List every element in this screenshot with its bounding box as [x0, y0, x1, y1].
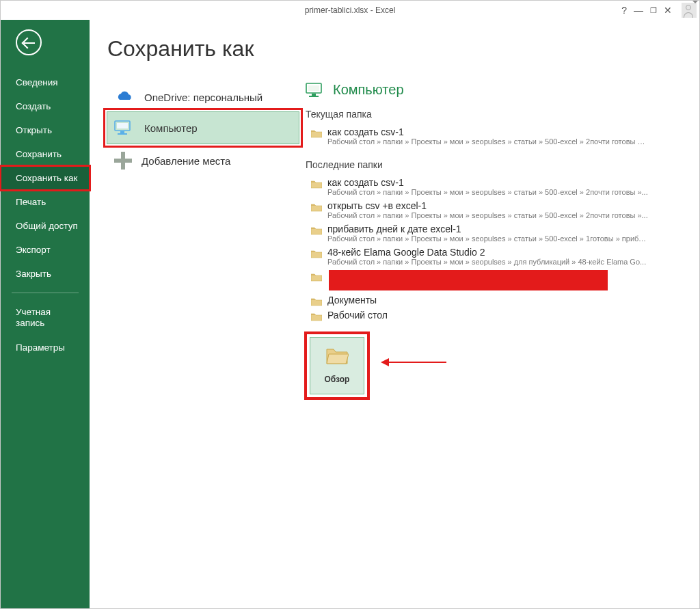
location-addplace-label: Добавление места: [142, 155, 230, 167]
folder-icon: [311, 226, 322, 234]
account-avatar[interactable]: [682, 3, 697, 18]
sidebar-item-share[interactable]: Общий доступ: [1, 214, 90, 238]
folder-icon: [311, 179, 322, 187]
folder-name: прибавить дней к дате excel-1: [327, 224, 680, 234]
recent-folder-redacted[interactable]: [306, 267, 680, 292]
app-window: primer-tablici.xlsx - Excel ? — ❐ ✕ Свед…: [0, 0, 700, 609]
folder-open-icon: [325, 347, 349, 368]
sidebar-item-saveas[interactable]: Сохранить как: [1, 166, 90, 190]
folder-name: как создать csv-1: [327, 126, 680, 137]
recent-folder[interactable]: открыть csv +в excel-1 Рабочий стол » па…: [306, 198, 680, 221]
details-header-title: Компьютер: [333, 82, 404, 98]
folder-path: Рабочий стол » папки » Проекты » мои » s…: [327, 211, 649, 219]
recent-folder-desktop[interactable]: Рабочий стол: [306, 307, 680, 322]
folder-name: 48-кейс Elama Google Data Studio 2: [327, 247, 680, 258]
details-header: Компьютер: [306, 82, 680, 98]
sidebar-item-account[interactable]: Учетная запись: [1, 300, 90, 336]
current-folder-label: Текущая папка: [306, 109, 680, 120]
minimize-icon[interactable]: —: [634, 5, 643, 16]
sidebar-item-info[interactable]: Сведения: [1, 70, 90, 94]
help-icon[interactable]: ?: [621, 5, 627, 16]
browse-button[interactable]: Обзор: [310, 337, 364, 394]
folder-icon: [311, 312, 322, 320]
folder-path: Рабочий стол » папки » Проекты » мои » s…: [327, 137, 649, 146]
window-title: primer-tablici.xlsx - Excel: [305, 5, 396, 15]
recent-folder[interactable]: 48-кейс Elama Google Data Studio 2 Рабоч…: [306, 244, 680, 267]
sidebar-item-export[interactable]: Экспорт: [1, 238, 90, 262]
folder-name: открыть csv +в excel-1: [327, 200, 680, 211]
current-folder[interactable]: как создать csv-1 Рабочий стол » папки »…: [306, 124, 680, 147]
folder-path: Рабочий стол » папки » Проекты » мои » s…: [327, 234, 649, 243]
window-controls: ? — ❐ ✕: [621, 3, 699, 18]
annotation-arrow: [385, 362, 446, 363]
folder-icon: [311, 297, 322, 305]
folder-name: как создать csv-1: [327, 177, 680, 188]
close-icon[interactable]: ✕: [664, 5, 672, 16]
titlebar: primer-tablici.xlsx - Excel ? — ❐ ✕: [1, 1, 699, 20]
page-title: Сохранить как: [107, 36, 699, 62]
sidebar-item-save[interactable]: Сохранить: [1, 142, 90, 166]
folder-name: Документы: [327, 295, 680, 306]
sidebar-item-close[interactable]: Закрыть: [1, 262, 90, 286]
backstage-sidebar: Сведения Создать Открыть Сохранить Сохра…: [1, 20, 90, 608]
location-add-place[interactable]: Добавление места: [107, 144, 299, 178]
computer-icon: [306, 83, 326, 98]
folder-icon: [311, 272, 322, 280]
plus-icon: [114, 152, 132, 170]
restore-icon[interactable]: ❐: [650, 6, 657, 15]
sidebar-separator: [12, 293, 79, 293]
sidebar-item-options[interactable]: Параметры: [1, 336, 90, 360]
recent-folder[interactable]: прибавить дней к дате excel-1 Рабочий ст…: [306, 221, 680, 244]
folder-path: Рабочий стол » папки » Проекты » мои » s…: [327, 258, 649, 266]
redacted-overlay: [329, 270, 608, 290]
sidebar-item-new[interactable]: Создать: [1, 94, 90, 118]
backstage-main: Сохранить как OneDrive: персональный Ком…: [90, 20, 699, 608]
recent-folder-documents[interactable]: Документы: [306, 292, 680, 307]
folder-icon: [311, 202, 322, 211]
computer-icon: [114, 120, 135, 135]
recent-folder[interactable]: как создать csv-1 Рабочий стол » папки »…: [306, 174, 680, 198]
folder-name: Рабочий стол: [327, 310, 680, 321]
location-computer[interactable]: Компьютер: [107, 111, 299, 144]
folder-icon: [311, 249, 322, 257]
location-details: Компьютер Текущая папка как создать csv-…: [299, 82, 699, 394]
location-onedrive[interactable]: OneDrive: персональный: [107, 82, 299, 112]
location-computer-label: Компьютер: [144, 122, 198, 134]
save-locations: OneDrive: персональный Компьютер Добавле…: [107, 82, 299, 394]
sidebar-item-print[interactable]: Печать: [1, 190, 90, 214]
cloud-icon: [114, 90, 135, 104]
folder-icon: [311, 128, 322, 137]
folder-path: Рабочий стол » папки » Проекты » мои » s…: [327, 188, 649, 196]
sidebar-item-open[interactable]: Открыть: [1, 118, 90, 142]
browse-label: Обзор: [325, 375, 350, 384]
location-onedrive-label: OneDrive: персональный: [144, 92, 262, 103]
recent-folders-label: Последние папки: [306, 159, 680, 170]
back-button[interactable]: [16, 29, 42, 55]
